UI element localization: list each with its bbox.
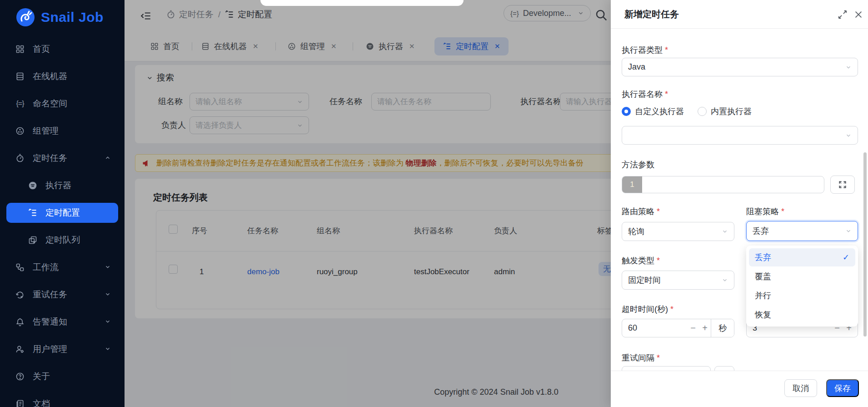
line-number: 1 — [622, 176, 642, 193]
cancel-button[interactable]: 取消 — [784, 379, 817, 397]
chevron-down-icon — [105, 318, 111, 325]
plus-icon[interactable]: + — [699, 323, 711, 333]
sidebar-item-label: 组管理 — [33, 125, 59, 137]
chevron-down-icon — [105, 346, 111, 352]
method-args-editor[interactable]: 1 — [622, 176, 824, 193]
drawer-header: 新增定时任务 — [611, 0, 868, 29]
sidebar-item-scheduled-queue[interactable]: 定时队列 — [6, 230, 118, 250]
sidebar-nav: 首页 在线机器 {=} 命名空间 组管理 定时任务 执行器 — [0, 39, 125, 407]
group-icon — [15, 126, 25, 136]
sidebar-item-home[interactable]: 首页 — [6, 39, 118, 59]
save-button[interactable]: 保存 — [826, 379, 859, 397]
sidebar-item-label: 文档 — [33, 398, 50, 407]
timer-icon — [15, 153, 25, 164]
retry-interval-label: 重试间隔* — [622, 352, 660, 363]
sidebar-item-scheduled-config[interactable]: 定时配置 — [6, 203, 118, 223]
question-circle-icon — [15, 371, 25, 382]
dropdown-option-parallel[interactable]: 并行 — [749, 286, 855, 305]
route-strategy-value: 轮询 — [628, 226, 644, 237]
checklist-icon — [27, 207, 38, 218]
dropdown-option-discard[interactable]: 丢弃 ✓ — [749, 248, 855, 266]
drawer-footer: 取消 保存 — [611, 371, 868, 407]
sidebar-item-label: 首页 — [33, 43, 50, 55]
executor-name-radio-group: 自定义执行器 内置执行器 — [622, 106, 760, 117]
app-title: Snail Job — [41, 10, 104, 25]
server-icon — [15, 71, 25, 82]
chevron-down-icon — [105, 264, 111, 270]
sidebar-item-user-management[interactable]: 用户管理 — [6, 339, 118, 359]
timeout-unit: 秒 — [711, 319, 734, 337]
sidebar-item-executors[interactable]: 执行器 — [6, 176, 118, 196]
block-strategy-select[interactable]: 丢弃 — [746, 221, 858, 241]
logo: Snail Job — [0, 0, 125, 32]
queue-icon — [27, 235, 38, 246]
chevron-up-icon — [105, 155, 111, 161]
add-job-drawer: 新增定时任务 执行器类型* Java 执行器名称* 自定义执行器 内置执行器 — [611, 0, 868, 407]
document-icon — [15, 398, 25, 407]
radio-unselected-icon — [698, 107, 707, 116]
sidebar: Snail Job 首页 在线机器 {=} 命名空间 组管理 定时任务 — [0, 0, 125, 407]
timeout-label: 超时时间(秒)* — [622, 304, 673, 315]
sidebar-item-alarm-notifications[interactable]: 告警通知 — [6, 312, 118, 332]
close-icon[interactable] — [853, 10, 863, 20]
executor-name-select[interactable] — [622, 126, 858, 145]
trigger-type-value: 固定时间 — [628, 275, 661, 286]
block-strategy-value: 丢弃 — [753, 226, 769, 236]
route-strategy-label: 路由策略* — [622, 206, 660, 217]
dropdown-option-overwrite[interactable]: 覆盖 — [749, 267, 855, 286]
fullscreen-editor-button[interactable] — [830, 176, 855, 194]
sidebar-item-label: 命名空间 — [33, 98, 67, 110]
custom-executor-radio[interactable]: 自定义执行器 — [622, 106, 684, 117]
chevron-down-icon — [722, 277, 728, 283]
browser-notch — [260, 0, 464, 6]
sidebar-item-namespace[interactable]: {=} 命名空间 — [6, 94, 118, 114]
timeout-input-group[interactable]: 60 − + 秒 — [622, 319, 734, 337]
executor-type-select[interactable]: Java — [622, 58, 858, 76]
sidebar-item-label: 工作流 — [33, 261, 59, 273]
snail-logo-icon — [15, 7, 35, 27]
sidebar-item-label: 定时队列 — [45, 234, 80, 246]
sidebar-item-online-machines[interactable]: 在线机器 — [6, 66, 118, 86]
grid-icon — [15, 44, 25, 55]
chevron-down-icon — [845, 132, 852, 139]
app-root: Snail Job 首页 在线机器 {=} 命名空间 组管理 定时任务 — [0, 0, 868, 407]
method-args-label: 方法参数 — [622, 159, 654, 170]
executor-icon — [27, 180, 38, 191]
sidebar-item-label: 在线机器 — [33, 70, 67, 82]
sidebar-item-label: 定时任务 — [33, 152, 67, 164]
user-gear-icon — [15, 344, 25, 355]
sidebar-item-label: 用户管理 — [33, 343, 67, 355]
sidebar-item-workflow[interactable]: 工作流 — [6, 257, 118, 277]
workflow-icon — [15, 262, 25, 273]
sidebar-item-label: 执行器 — [45, 180, 71, 191]
chevron-down-icon — [722, 228, 728, 235]
sidebar-item-group-management[interactable]: 组管理 — [6, 121, 118, 141]
builtin-executor-radio[interactable]: 内置执行器 — [698, 106, 752, 117]
sidebar-item-docs[interactable]: 文档 — [6, 394, 118, 407]
sidebar-item-label: 告警通知 — [33, 316, 67, 328]
sidebar-item-label: 重试任务 — [33, 289, 67, 301]
timeout-value[interactable]: 60 — [622, 323, 687, 333]
radio-selected-icon — [622, 107, 631, 116]
trigger-type-select[interactable]: 固定时间 — [622, 271, 734, 290]
check-icon: ✓ — [843, 252, 849, 262]
bell-icon — [15, 317, 25, 327]
route-strategy-select[interactable]: 轮询 — [622, 222, 734, 241]
block-strategy-dropdown: 丢弃 ✓ 覆盖 并行 恢复 — [746, 246, 858, 327]
braces-icon: {=} — [15, 98, 25, 109]
chevron-down-icon — [845, 228, 852, 234]
minus-icon[interactable]: − — [687, 323, 699, 333]
sidebar-item-retry-tasks[interactable]: 重试任务 — [6, 285, 118, 305]
chevron-down-icon — [845, 64, 852, 70]
drawer-scrollbar[interactable] — [863, 152, 867, 337]
chevron-down-icon — [105, 291, 111, 297]
sidebar-item-scheduled-tasks[interactable]: 定时任务 — [6, 148, 118, 168]
sidebar-item-label: 定时配置 — [45, 207, 80, 219]
retry-icon — [15, 289, 25, 300]
dropdown-option-recover[interactable]: 恢复 — [749, 306, 855, 324]
executor-type-label: 执行器类型* — [622, 45, 668, 55]
sidebar-item-about[interactable]: 关于 — [6, 367, 118, 387]
executor-name-label: 执行器名称* — [622, 89, 668, 100]
fullscreen-expand-icon[interactable] — [838, 10, 848, 20]
trigger-type-label: 触发类型* — [622, 255, 660, 266]
